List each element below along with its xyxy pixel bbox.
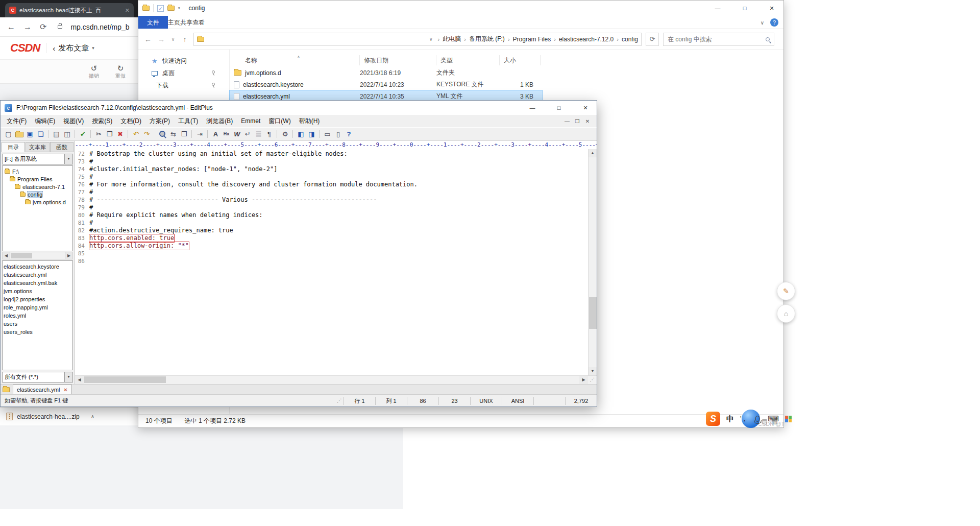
maximize-button[interactable]: □ — [733, 1, 756, 16]
panel-horizontal-scrollbar[interactable]: ◀ ▶ — [2, 252, 73, 259]
menu-item[interactable]: 编辑(E) — [31, 117, 59, 126]
close-button[interactable]: ✕ — [760, 1, 783, 16]
editor-line[interactable]: 80 # Require explicit names when deletin… — [75, 211, 588, 219]
print-icon[interactable]: ▤ — [51, 129, 62, 139]
preferences-icon[interactable]: ⚙ — [280, 129, 290, 139]
editor-line[interactable]: 75 # — [75, 173, 588, 181]
panel-tab[interactable]: 文本库 — [26, 142, 49, 152]
drive-select[interactable]: [F:] 备用系统 ▾ — [2, 154, 73, 164]
menu-item[interactable]: 搜索(S) — [88, 117, 116, 126]
browser-view-icon[interactable]: ◧ — [296, 129, 306, 139]
list-item[interactable]: role_mapping.yml — [4, 303, 72, 312]
indent-icon[interactable]: ⇥ — [194, 129, 205, 139]
resize-grip-icon[interactable]: ⋰ — [588, 376, 597, 384]
list-item[interactable]: elasticsearch.keystore — [4, 262, 72, 271]
file-filter-select[interactable]: 所有文件 (*.*) ▾ — [2, 372, 73, 382]
list-item[interactable]: jvm.options — [4, 287, 72, 295]
font-size-icon[interactable]: A — [210, 129, 221, 139]
scroll-up-icon[interactable]: ▲ — [589, 149, 597, 157]
copy-icon[interactable]: ❐ — [104, 129, 115, 139]
breadcrumb-label[interactable]: elasticsearch-7.12.0 — [559, 36, 614, 43]
ribbon-file-tab[interactable]: 文件 — [138, 16, 168, 29]
replace-icon[interactable]: ⇆ — [168, 129, 179, 139]
print-preview-icon[interactable]: ◫ — [62, 129, 72, 139]
up-icon[interactable]: ↑ — [180, 35, 189, 43]
sort-ascending-icon[interactable]: ∧ — [297, 55, 300, 59]
menu-item[interactable]: Emmet — [237, 117, 264, 125]
scrollbar-thumb[interactable] — [589, 297, 597, 329]
menu-item[interactable]: 浏览器(B) — [202, 117, 237, 126]
help-icon[interactable]: ? — [770, 18, 778, 27]
ribbon-tab[interactable]: 查看 — [192, 19, 205, 26]
editor-line[interactable]: 83 http.cors.enabled: true — [75, 234, 588, 242]
refresh-icon[interactable]: ⟳ — [40, 22, 46, 32]
menu-item[interactable]: 帮助(H) — [295, 117, 324, 126]
sogou-ime-logo[interactable]: S — [706, 412, 720, 426]
tree-item[interactable]: elasticsearch-7.1 — [3, 183, 72, 190]
floating-home-button[interactable]: ⌂ — [777, 304, 795, 323]
scrollbar-thumb[interactable] — [11, 253, 32, 258]
ribbon-collapse-icon[interactable]: ∨ — [761, 20, 764, 26]
redo-button[interactable]: ↻ 重做 — [111, 64, 130, 80]
context-help-icon[interactable]: ? — [344, 129, 354, 139]
editor-line[interactable]: 77 # — [75, 188, 588, 196]
breadcrumb-label[interactable]: Program Files — [513, 36, 551, 43]
list-item[interactable]: users_roles — [4, 328, 72, 336]
forward-icon[interactable]: → — [23, 22, 32, 32]
list-item[interactable]: users — [4, 320, 72, 328]
editor-line[interactable]: 81 # — [75, 219, 588, 227]
sidebar-item-quick-access[interactable]: ★ 快速访问 — [138, 55, 229, 67]
close-button[interactable]: ✕ — [574, 101, 597, 115]
editor-line[interactable]: 74 #cluster.initial_master_nodes: ["node… — [75, 165, 588, 173]
ribbon-tab[interactable]: 主页 — [168, 19, 180, 26]
scroll-left-icon[interactable]: ◀ — [3, 252, 10, 259]
minimize-button[interactable]: — — [706, 1, 729, 16]
list-item[interactable]: roles.yml — [4, 312, 72, 320]
menu-item[interactable]: 方案(P) — [145, 117, 174, 126]
window-split-icon[interactable]: ▭ — [322, 129, 333, 139]
column-header[interactable]: 名称 — [230, 55, 360, 65]
word-wrap-icon[interactable]: W — [232, 129, 242, 139]
line-numbers-icon[interactable]: ☰ — [253, 129, 264, 139]
back-icon[interactable]: ← — [7, 22, 15, 32]
scroll-right-icon[interactable]: ▶ — [579, 376, 588, 384]
sidebar-item[interactable]: 桌面 — [138, 67, 229, 79]
window-vertical-icon[interactable]: ▯ — [333, 129, 344, 139]
breadcrumb-label[interactable]: 此电脑 — [443, 35, 461, 43]
list-item[interactable]: elasticsearch.yml — [4, 271, 72, 279]
special-chars-icon[interactable]: ¶ — [264, 129, 275, 139]
scroll-down-icon[interactable]: ▼ — [589, 367, 597, 375]
qat-new-folder-icon[interactable] — [167, 6, 175, 11]
breadcrumb-item[interactable]: › elasticsearch-7.12.0 — [551, 36, 614, 43]
breadcrumb-label[interactable]: 备用系统 (F:) — [469, 35, 505, 43]
editor-line[interactable]: 84 http.cors.allow-origin: "*" — [75, 242, 588, 250]
download-expand-icon[interactable]: ∧ — [91, 414, 94, 419]
menu-item[interactable]: 文档(D) — [116, 117, 145, 126]
panel-tab[interactable]: 目录 — [2, 142, 25, 152]
breadcrumb-item[interactable]: › 备用系统 (F:) — [461, 35, 505, 43]
menu-item[interactable]: 视图(V) — [59, 117, 88, 126]
ime-menu-grid-icon[interactable] — [785, 416, 792, 422]
ime-punctuation-toggle[interactable]: '， — [740, 415, 747, 423]
editor-line[interactable]: 86 — [75, 257, 588, 265]
search-box[interactable] — [663, 33, 774, 46]
save-icon[interactable]: ▣ — [24, 129, 35, 139]
document-tab[interactable]: elasticsearch.yml ✕ — [13, 385, 72, 394]
browser-tab[interactable]: C elasticsearch-head连接不上_百 ✕ — [5, 3, 134, 17]
breadcrumb-label[interactable]: config — [622, 36, 638, 43]
scroll-right-icon[interactable]: ▶ — [65, 252, 72, 259]
undo-icon[interactable]: ↶ — [131, 129, 141, 139]
open-file-icon[interactable] — [14, 129, 24, 139]
editor-line[interactable]: 78 # --------------------------------- V… — [75, 196, 588, 204]
new-document-icon[interactable]: ▢ — [3, 129, 14, 139]
list-item[interactable]: elasticsearch.yml.bak — [4, 279, 72, 287]
panel-tab[interactable]: 函数 — [50, 142, 74, 152]
mdi-close-icon[interactable]: ✕ — [582, 118, 593, 124]
mdi-restore-icon[interactable]: ❐ — [572, 118, 582, 124]
column-header[interactable]: 类型 — [436, 55, 500, 65]
tree-item[interactable]: config — [3, 190, 72, 198]
breadcrumb[interactable]: ∨ › 此电脑 › 备用系统 (F:) › Program Files › — [193, 33, 642, 46]
address-bar[interactable]: mp.csdn.net/mp_b — [70, 23, 129, 31]
download-item[interactable]: elasticsearch-hea....zip — [17, 413, 80, 420]
address-dropdown-icon[interactable]: ∨ — [427, 37, 435, 42]
